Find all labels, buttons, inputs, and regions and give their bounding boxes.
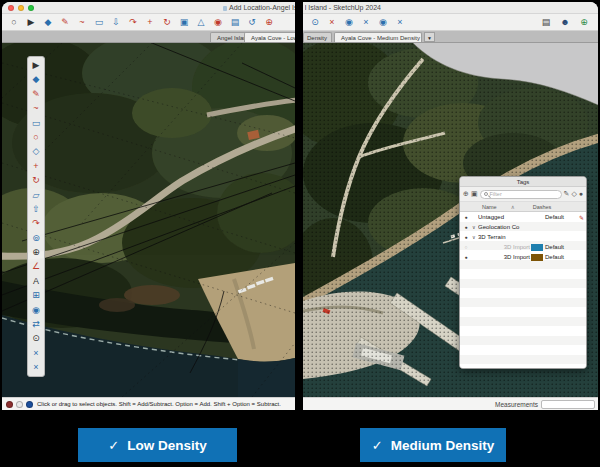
palette-tool-icon[interactable]: ▱ [28, 188, 44, 202]
tags-action-icon[interactable]: ◇ [571, 187, 576, 201]
toolbar-icon[interactable]: ↷ [125, 14, 141, 30]
toolbar-icon[interactable]: + [142, 14, 158, 30]
tag-row[interactable]: ● ∨ Geolocation Co [460, 222, 586, 232]
tag-color-swatch[interactable] [531, 254, 543, 261]
toolbar-icon[interactable]: △ [193, 14, 209, 30]
status-icon[interactable] [26, 401, 33, 408]
visibility-eye-icon[interactable]: ● [460, 224, 472, 230]
palette-tool-icon[interactable]: ⇧ [28, 202, 44, 216]
account-icon-group: ▤☻⊕ [538, 14, 592, 30]
tab-overflow-caret[interactable]: ▼ [424, 32, 435, 42]
toolbar-icon[interactable]: ▤ [227, 14, 243, 30]
traffic-light[interactable] [28, 5, 34, 11]
medium-density-button[interactable]: ✓ Medium Density [360, 428, 506, 462]
tag-row[interactable]: ○ 3D Import Default [460, 242, 586, 252]
visibility-eye-icon[interactable]: ● [460, 214, 472, 220]
tab-low-density-partial[interactable]: Density [303, 32, 332, 42]
status-icon[interactable] [6, 401, 13, 408]
palette-tool-icon[interactable]: ↷ [28, 216, 44, 230]
palette-tool-icon[interactable]: × [28, 346, 44, 360]
tab-low-density[interactable]: Ayala Cove - Low Density [244, 32, 295, 42]
visibility-eye-icon[interactable]: ● [460, 254, 472, 260]
palette-tool-icon[interactable]: ⊙ [28, 331, 44, 345]
low-density-button[interactable]: ✓ Low Density [78, 428, 237, 462]
palette-tool-icon[interactable]: × [28, 360, 44, 374]
palette-tool-icon[interactable]: ✎ [28, 87, 44, 101]
tag-name[interactable]: 3D Terrain [478, 234, 531, 240]
palette-tool-icon[interactable]: ~ [28, 101, 44, 115]
toolbar-icon[interactable]: ~ [74, 14, 90, 30]
traffic-light[interactable] [8, 5, 14, 11]
toolbar-icon[interactable]: ⊕ [261, 14, 277, 30]
tag-row[interactable]: ● 3D Import Default [460, 252, 586, 262]
tag-dashes-value[interactable]: Default [545, 244, 577, 250]
toolbar-icon[interactable]: ↻ [159, 14, 175, 30]
palette-tool-icon[interactable]: ↻ [28, 173, 44, 187]
viewport-medium-density[interactable]: Tags ⊕ ▣ Filter ✎◇● Name ∧ Dashes [303, 43, 598, 397]
tag-color-swatch[interactable] [531, 234, 543, 241]
palette-tool-icon[interactable]: ∠ [28, 259, 44, 273]
low-density-label: Low Density [127, 438, 207, 453]
toolbar-icon[interactable]: ◉ [210, 14, 226, 30]
tag-dashes-value[interactable]: Default [545, 214, 577, 220]
visibility-eye-icon[interactable]: ○ [460, 244, 472, 250]
palette-tool-icon[interactable]: ⊚ [28, 231, 44, 245]
status-icon[interactable] [16, 401, 23, 408]
toolbar-icon[interactable]: ⊙ [307, 14, 323, 30]
tag-color-swatch[interactable] [531, 214, 543, 221]
column-name[interactable]: Name [482, 204, 497, 210]
toolbar-icon[interactable]: ✎ [57, 14, 73, 30]
tag-color-swatch[interactable] [531, 224, 543, 231]
corner-icon[interactable]: ⊕ [576, 14, 592, 30]
corner-icon[interactable]: ☻ [557, 14, 573, 30]
tag-row[interactable]: ● Untagged Default ✎ [460, 212, 586, 222]
tag-row[interactable]: ● ∨ 3D Terrain [460, 232, 586, 242]
add-tag-folder-icon[interactable]: ▣ [471, 187, 478, 201]
toolbar-icon[interactable]: × [358, 14, 374, 30]
add-tag-icon[interactable]: ⊕ [463, 187, 469, 201]
palette-tool-icon[interactable]: ⇄ [28, 317, 44, 331]
aerial-imagery-low-density[interactable] [2, 43, 295, 397]
corner-icon[interactable]: ▤ [538, 14, 554, 30]
palette-tool-icon[interactable]: A [28, 274, 44, 288]
toolbar-icon[interactable]: × [324, 14, 340, 30]
measurements-input[interactable] [541, 400, 595, 409]
palette-tool-icon[interactable]: ▭ [28, 116, 44, 130]
tag-name[interactable]: 3D Import [478, 254, 531, 260]
toolbar-icon[interactable]: ▣ [176, 14, 192, 30]
tag-filter-input[interactable]: Filter [480, 190, 562, 199]
tag-name[interactable]: Geolocation Co [478, 224, 531, 230]
tags-action-icon[interactable]: ● [579, 187, 583, 201]
window-title: Add Location-Angel Island - SketchUp 202… [223, 2, 295, 14]
toolbar-icon[interactable]: ◉ [341, 14, 357, 30]
tag-color-swatch[interactable] [531, 244, 543, 251]
viewport-low-density[interactable]: ▶◆✎~▭○◇+↻▱⇧↷⊚⊕∠A⊞◉⇄⊙×× [2, 43, 295, 397]
tag-dashes-value[interactable]: Default [545, 254, 577, 260]
visibility-eye-icon[interactable]: ● [460, 234, 472, 240]
palette-tool-icon[interactable]: + [28, 159, 44, 173]
toolbar-icon[interactable]: ○ [6, 14, 22, 30]
tag-name[interactable]: 3D Import [478, 244, 531, 250]
toolbar-icon[interactable]: ⇩ [108, 14, 124, 30]
toolbar-icon[interactable]: ◆ [40, 14, 56, 30]
toolbar-icon[interactable]: ▭ [91, 14, 107, 30]
tag-name[interactable]: Untagged [478, 214, 531, 220]
toolbar-icon[interactable]: ▶ [23, 14, 39, 30]
toolbar-icon[interactable]: ↺ [244, 14, 260, 30]
palette-tool-icon[interactable]: ◉ [28, 303, 44, 317]
palette-tool-icon[interactable]: ○ [28, 130, 44, 144]
tags-action-icon[interactable]: ✎ [564, 187, 570, 201]
palette-tool-icon[interactable]: ▶ [28, 58, 44, 72]
palette-tool-icon[interactable]: ◇ [28, 144, 44, 158]
traffic-light[interactable] [18, 5, 24, 11]
palette-tool-icon[interactable]: ◆ [28, 72, 44, 86]
toolbar-icon[interactable]: × [392, 14, 408, 30]
check-icon: ✓ [372, 438, 383, 453]
toolbar-icon[interactable]: ◉ [375, 14, 391, 30]
column-dashes[interactable]: Dashes [533, 204, 552, 210]
tab-medium-density[interactable]: Ayala Cove - Medium Density [334, 32, 422, 42]
tags-toolbar: ⊕ ▣ Filter ✎◇● [460, 187, 586, 202]
scene-tabs-right: Density Ayala Cove - Medium Density ▼ [303, 31, 598, 43]
palette-tool-icon[interactable]: ⊞ [28, 288, 44, 302]
palette-tool-icon[interactable]: ⊕ [28, 245, 44, 259]
